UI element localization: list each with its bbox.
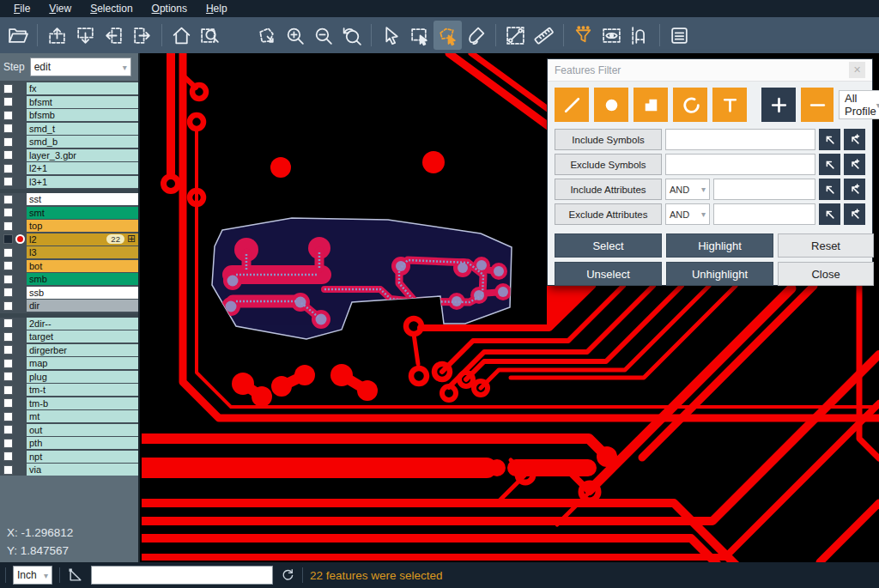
close-button[interactable]: Close	[778, 262, 874, 286]
zoom-out-button[interactable]	[309, 21, 337, 50]
grid-icon[interactable]: ⊞	[127, 234, 136, 244]
measure-ruler-button[interactable]	[530, 21, 558, 50]
exclude-attributes-button[interactable]: Exclude Attributes	[555, 203, 662, 225]
layer-row-l2[interactable]: l222⊞	[0, 233, 138, 246]
layer-checkbox[interactable]	[3, 164, 13, 173]
layer-checkbox[interactable]	[3, 195, 13, 204]
menu-file[interactable]: File	[5, 1, 39, 16]
layer-checkbox[interactable]	[3, 234, 13, 244]
layer-checkbox[interactable]	[3, 318, 13, 328]
pointer-select-button[interactable]	[377, 21, 405, 50]
home-view-button[interactable]	[167, 21, 196, 50]
pick-add-icon[interactable]	[844, 179, 865, 200]
profile-select[interactable]: All Profile▾	[839, 90, 879, 119]
layer-name-band[interactable]: smd_b	[27, 136, 138, 148]
exclude-attributes-input[interactable]	[713, 203, 815, 225]
layer-checkbox[interactable]	[3, 261, 13, 270]
layer-name-band[interactable]: dirgerber	[27, 344, 138, 356]
layer-name-band[interactable]: 2dir--	[27, 318, 138, 330]
layer-row-smb[interactable]: smb	[0, 273, 138, 285]
layer-checkbox[interactable]	[3, 439, 13, 448]
unselect-button[interactable]: Unselect	[555, 262, 662, 286]
layer-name-band[interactable]: out	[27, 424, 138, 436]
step-select[interactable]: edit ▾	[30, 58, 131, 76]
include-symbols-button[interactable]: Include Symbols	[555, 129, 662, 150]
layer-name-band[interactable]: tm-b	[27, 397, 138, 409]
layer-row-out[interactable]: out	[0, 424, 138, 436]
layer-name-band[interactable]: mt	[27, 410, 138, 422]
include-attributes-operator-select[interactable]: AND ▾	[665, 179, 710, 200]
open-file-button[interactable]	[3, 21, 32, 50]
layer-checkbox[interactable]	[3, 425, 13, 434]
layer-row-dir[interactable]: dir	[0, 300, 138, 312]
rectangle-select-button[interactable]	[405, 21, 433, 50]
layer-name-band[interactable]: dir	[27, 300, 138, 312]
layer-row-bfsmt[interactable]: bfsmt	[0, 96, 138, 108]
filter-pads-button[interactable]	[594, 88, 628, 122]
layer-row-layer_3.gbr[interactable]: layer_3.gbr	[0, 149, 138, 161]
layer-checkbox[interactable]	[3, 124, 13, 133]
layer-name-band[interactable]: via	[27, 464, 138, 476]
layer-name-band[interactable]: smb	[27, 273, 138, 285]
layers-panel-button[interactable]	[665, 21, 694, 50]
zoom-in-button[interactable]	[281, 21, 309, 50]
layer-checkbox[interactable]	[3, 288, 13, 297]
unit-select[interactable]: Inch ▾	[13, 566, 52, 585]
layer-checkbox[interactable]	[3, 412, 13, 421]
layer-name-band[interactable]: tm-t	[27, 384, 138, 396]
reset-button[interactable]: Reset	[778, 233, 874, 258]
layer-name-band[interactable]: l3+1	[27, 176, 138, 188]
layer-row-sst[interactable]: sst	[0, 193, 138, 205]
layer-name-band[interactable]: plug	[27, 371, 138, 383]
layer-row-smt[interactable]: smt	[0, 207, 138, 219]
view-left-button[interactable]	[100, 21, 128, 50]
layer-row-2dir--[interactable]: 2dir--	[0, 318, 138, 330]
layer-row-npt[interactable]: npt	[0, 451, 138, 463]
layer-row-top[interactable]: top	[0, 220, 138, 232]
layer-checkbox[interactable]	[3, 111, 13, 120]
previous-view-button[interactable]	[337, 21, 366, 50]
snap-mode-button[interactable]	[626, 21, 654, 50]
layer-name-band[interactable]: bot	[27, 260, 138, 272]
close-icon[interactable]: ✕	[849, 62, 865, 78]
layer-name-band[interactable]: map	[27, 357, 138, 369]
unhighlight-button[interactable]: Unhighlight	[666, 262, 773, 286]
exclude-symbols-button[interactable]: Exclude Symbols	[555, 154, 662, 175]
select-button[interactable]: Select	[555, 233, 662, 258]
layer-checkbox[interactable]	[3, 248, 13, 258]
corner-measure-icon[interactable]	[67, 567, 84, 584]
layer-checkbox[interactable]	[3, 372, 13, 381]
filter-arcs-button[interactable]	[673, 88, 707, 122]
layer-row-l3+1[interactable]: l3+1	[0, 176, 138, 188]
layer-name-band[interactable]: sst	[27, 193, 138, 205]
layer-checkbox[interactable]	[3, 465, 13, 475]
include-symbols-input[interactable]	[665, 129, 815, 150]
dialog-title-bar[interactable]: Features Filter ✕	[548, 59, 872, 82]
layer-name-band[interactable]: bfsmt	[27, 96, 138, 108]
selection-region[interactable]	[212, 218, 512, 339]
include-attributes-button[interactable]: Include Attributes	[555, 179, 662, 200]
zoom-window-button[interactable]	[196, 21, 224, 50]
view-down-button[interactable]	[71, 21, 100, 50]
measure-line-button[interactable]	[501, 21, 530, 50]
layer-checkbox[interactable]	[3, 150, 13, 160]
layer-name-band[interactable]: smt	[27, 207, 138, 219]
layer-checkbox[interactable]	[3, 398, 13, 408]
layer-row-smd_b[interactable]: smd_b	[0, 136, 138, 148]
layer-checkbox[interactable]	[3, 84, 13, 94]
layer-row-fx[interactable]: fx	[0, 82, 138, 94]
layer-checkbox[interactable]	[3, 137, 13, 147]
layer-checkbox[interactable]	[3, 301, 13, 311]
layer-name-band[interactable]: l2+1	[27, 162, 138, 174]
layer-name-band[interactable]: l3	[27, 246, 138, 258]
pan-hand-button[interactable]	[224, 21, 252, 50]
layer-row-pth[interactable]: pth	[0, 437, 138, 449]
view-right-button[interactable]	[128, 21, 156, 50]
layer-name-band[interactable]: bfsmb	[27, 109, 138, 121]
layer-row-target[interactable]: target	[0, 330, 138, 342]
menu-options[interactable]: Options	[143, 1, 196, 16]
menu-view[interactable]: View	[40, 1, 80, 16]
layer-checkbox[interactable]	[3, 221, 13, 231]
layer-name-band[interactable]: target	[27, 330, 138, 342]
layer-name-band[interactable]: fx	[27, 82, 138, 94]
